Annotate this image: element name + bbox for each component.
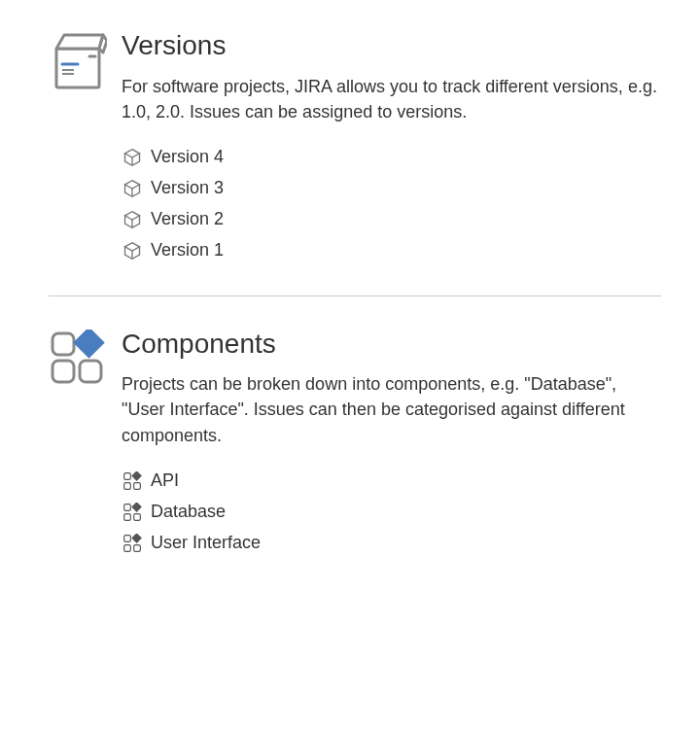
svg-rect-17 — [80, 361, 101, 382]
svg-rect-21 — [134, 482, 141, 489]
components-icon — [49, 326, 122, 386]
box-small-icon — [122, 240, 143, 261]
component-label: API — [151, 470, 179, 491]
version-item[interactable]: Version 2 — [122, 204, 661, 235]
svg-marker-7 — [125, 149, 140, 156]
components-small-icon — [122, 533, 143, 554]
svg-rect-26 — [131, 503, 142, 512]
svg-rect-16 — [52, 361, 74, 382]
svg-rect-29 — [134, 544, 141, 551]
version-label: Version 1 — [151, 240, 224, 261]
box-small-icon — [122, 178, 143, 199]
svg-rect-24 — [124, 513, 131, 520]
svg-rect-28 — [124, 544, 131, 551]
svg-rect-27 — [124, 535, 131, 541]
version-item[interactable]: Version 3 — [122, 173, 661, 204]
svg-marker-13 — [125, 242, 140, 250]
versions-description: For software projects, JIRA allows you t… — [122, 74, 661, 124]
version-item[interactable]: Version 1 — [122, 235, 661, 266]
components-small-icon — [122, 502, 143, 523]
svg-marker-1 — [56, 35, 103, 49]
svg-rect-18 — [73, 330, 105, 359]
component-label: Database — [151, 502, 226, 522]
component-item[interactable]: Database — [122, 497, 661, 528]
svg-marker-11 — [125, 211, 140, 219]
component-item[interactable]: API — [122, 466, 661, 497]
svg-rect-23 — [124, 504, 131, 510]
component-item[interactable]: User Interface — [122, 528, 661, 559]
svg-rect-19 — [124, 472, 131, 479]
components-description: Projects can be broken down into compone… — [122, 371, 661, 447]
svg-rect-22 — [131, 471, 142, 481]
svg-rect-0 — [56, 49, 99, 87]
version-item[interactable]: Version 4 — [122, 142, 661, 173]
version-label: Version 4 — [151, 147, 224, 167]
components-heading: Components — [122, 328, 661, 361]
components-section: Components Projects can be broken down i… — [49, 295, 661, 588]
svg-rect-15 — [52, 333, 74, 355]
box-icon — [49, 27, 122, 91]
component-label: User Interface — [151, 533, 261, 553]
versions-section: Versions For software projects, JIRA all… — [49, 19, 661, 295]
components-list: API Database — [122, 466, 661, 559]
svg-rect-20 — [124, 482, 131, 489]
box-small-icon — [122, 147, 143, 168]
components-small-icon — [122, 470, 143, 492]
versions-heading: Versions — [122, 29, 661, 62]
version-label: Version 2 — [151, 209, 224, 229]
box-small-icon — [122, 209, 143, 230]
version-label: Version 3 — [151, 178, 224, 198]
svg-rect-25 — [134, 513, 141, 520]
svg-rect-30 — [131, 534, 142, 543]
svg-marker-9 — [125, 180, 140, 188]
versions-list: Version 4 Version 3 — [122, 142, 661, 266]
